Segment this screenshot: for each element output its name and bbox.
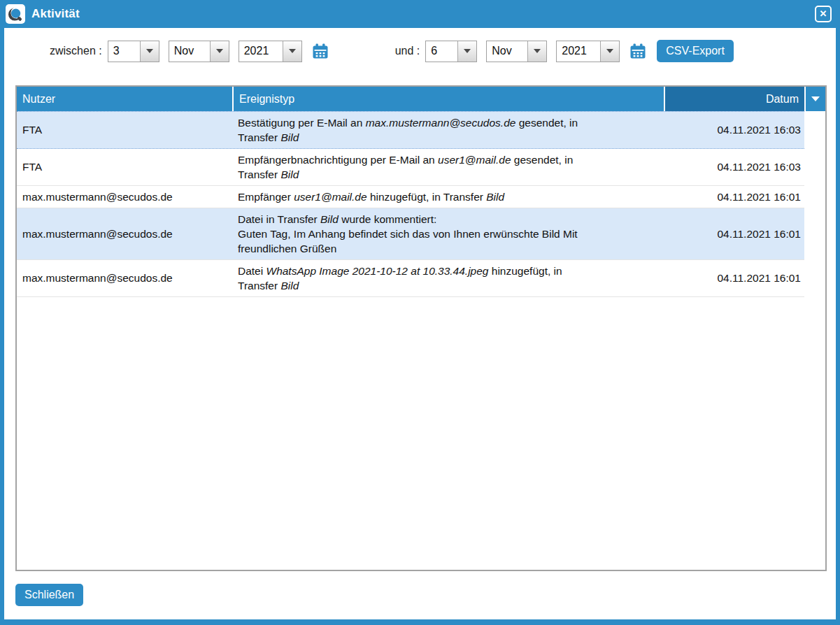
close-dialog-button[interactable]: Schließen: [15, 584, 83, 606]
table-row[interactable]: max.mustermann@secudos.deEmpfänger user1…: [17, 186, 804, 208]
event-cell: Datei WhatsApp Image 2021-10-12 at 10.33…: [232, 260, 664, 296]
table-row[interactable]: max.mustermann@secudos.deDatei WhatsApp …: [17, 260, 804, 297]
table-body: FTABestätigung per E-Mail an max.musterm…: [17, 111, 825, 570]
to-year-value: 2021: [557, 41, 600, 62]
from-year-value: 2021: [239, 41, 283, 62]
table-row[interactable]: FTABestätigung per E-Mail an max.musterm…: [17, 111, 804, 149]
qiata-logo-icon: [6, 4, 25, 24]
dropdown-arrow-icon[interactable]: [210, 41, 229, 62]
column-header-ereignistyp[interactable]: Ereignistyp: [234, 87, 664, 111]
date-cell: 04.11.2021 16:03: [664, 149, 804, 185]
to-calendar-icon[interactable]: [629, 42, 647, 60]
dialog-title: Aktivität: [31, 7, 80, 21]
from-year-select[interactable]: 2021: [239, 41, 302, 62]
to-label: und :: [395, 45, 420, 57]
dropdown-arrow-icon[interactable]: [457, 41, 476, 62]
dropdown-arrow-icon[interactable]: [600, 41, 619, 62]
csv-export-button[interactable]: CSV-Export: [657, 40, 734, 62]
user-cell: max.mustermann@secudos.de: [17, 208, 232, 259]
date-cell: 04.11.2021 16:01: [664, 260, 804, 296]
close-icon[interactable]: ✕: [815, 6, 832, 22]
user-cell: FTA: [17, 112, 232, 148]
from-day-select[interactable]: 3: [108, 41, 159, 62]
column-header-nutzer[interactable]: Nutzer: [17, 87, 232, 111]
table-row[interactable]: FTAEmpfängerbnachrichtigung per E-Mail a…: [17, 149, 804, 186]
dropdown-arrow-icon[interactable]: [283, 41, 301, 62]
from-month-value: Nov: [169, 41, 210, 62]
event-cell: Empfängerbnachrichtigung per E-Mail an u…: [232, 149, 664, 185]
filter-bar: zwischen : 3 Nov 2021: [50, 38, 825, 64]
dropdown-arrow-icon[interactable]: [140, 41, 159, 62]
dialog-content: zwischen : 3 Nov 2021: [4, 38, 836, 606]
to-day-value: 6: [426, 41, 457, 62]
date-cell: 04.11.2021 16:01: [664, 186, 804, 208]
column-menu-icon[interactable]: [806, 87, 825, 111]
user-cell: FTA: [17, 149, 232, 185]
activity-dialog: Aktivität ✕ zwischen : 3 Nov 2021: [0, 0, 840, 625]
titlebar: Aktivität ✕: [0, 0, 840, 28]
date-cell: 04.11.2021 16:01: [664, 208, 804, 259]
from-day-value: 3: [108, 41, 140, 62]
to-year-select[interactable]: 2021: [556, 41, 620, 62]
event-cell: Bestätigung per E-Mail an max.mustermann…: [232, 112, 664, 148]
to-month-select[interactable]: Nov: [486, 41, 547, 62]
table-row[interactable]: max.mustermann@secudos.deDatei in Transf…: [17, 208, 804, 260]
dropdown-arrow-icon[interactable]: [527, 41, 546, 62]
date-cell: 04.11.2021 16:03: [664, 112, 804, 148]
from-label: zwischen :: [50, 45, 102, 57]
to-month-value: Nov: [487, 41, 527, 62]
from-month-select[interactable]: Nov: [169, 41, 229, 62]
table-header: Nutzer Ereignistyp Datum: [17, 87, 825, 111]
user-cell: max.mustermann@secudos.de: [17, 186, 232, 208]
from-calendar-icon[interactable]: [311, 42, 329, 60]
event-cell: Datei in Transfer Bild wurde kommentiert…: [232, 208, 664, 259]
user-cell: max.mustermann@secudos.de: [17, 260, 232, 296]
event-cell: Empfänger user1@mail.de hinzugefügt, in …: [232, 186, 664, 208]
column-header-datum[interactable]: Datum: [665, 87, 804, 111]
to-day-select[interactable]: 6: [425, 41, 477, 62]
activity-table: Nutzer Ereignistyp Datum FTABestätigung …: [15, 85, 827, 571]
